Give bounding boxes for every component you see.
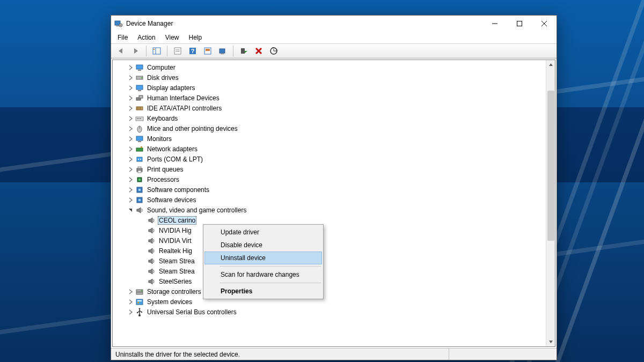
tree-category[interactable]: Disk drives [127, 72, 546, 83]
tree-category[interactable]: Universal Serial Bus controllers [127, 307, 546, 317]
tree-device[interactable]: CEOL carino [138, 215, 546, 225]
context-menu: Update driverDisable deviceUninstall dev… [203, 224, 324, 299]
expand-icon[interactable] [127, 145, 134, 153]
tree-category-sound[interactable]: Sound, video and game controllers [127, 205, 546, 215]
tree-label: IDE ATA/ATAPI controllers [146, 104, 223, 113]
expand-spacer [138, 227, 146, 234]
expand-icon[interactable] [127, 186, 134, 194]
tree-category[interactable]: Software devices [127, 195, 546, 205]
maximize-button[interactable] [507, 16, 532, 32]
tree-device[interactable]: Realtek Hig [138, 246, 546, 256]
forward-button[interactable] [129, 45, 142, 57]
tree-category[interactable]: Print queues [127, 164, 546, 174]
scan-hardware-button[interactable] [267, 45, 280, 57]
tree-category[interactable]: Human Interface Devices [127, 93, 546, 103]
expand-icon[interactable] [127, 84, 134, 92]
menu-file[interactable]: File [113, 33, 132, 42]
context-menu-item[interactable]: Properties [204, 285, 322, 298]
context-menu-item[interactable]: Scan for hardware changes [204, 268, 322, 281]
menu-help[interactable]: Help [185, 33, 207, 42]
expand-icon[interactable] [127, 166, 134, 173]
menu-action[interactable]: Action [133, 33, 159, 42]
expand-icon[interactable] [127, 176, 134, 183]
tree-label: Monitors [146, 135, 173, 143]
scroll-thumb[interactable] [547, 91, 554, 241]
tree-label: System devices [146, 298, 193, 306]
tree-category[interactable]: Software components [127, 184, 546, 195]
expand-icon[interactable] [127, 125, 134, 132]
scroll-down-button[interactable] [547, 337, 555, 346]
action-button[interactable] [201, 45, 214, 57]
expand-icon[interactable] [127, 196, 134, 204]
show-hide-tree-button[interactable] [150, 45, 163, 57]
svg-rect-17 [219, 49, 225, 53]
expand-spacer [138, 237, 146, 245]
close-button[interactable] [532, 16, 557, 32]
system-icon [135, 298, 144, 306]
tree-device[interactable]: Steam Strea [138, 256, 546, 266]
tree-category[interactable]: Computer [127, 62, 546, 72]
monitor-icon [135, 63, 144, 72]
tree-category[interactable]: Ports (COM & LPT) [127, 154, 546, 164]
tree-category[interactable]: Keyboards [127, 113, 546, 123]
minimize-button[interactable] [482, 16, 507, 32]
hid-icon [135, 94, 144, 102]
expand-icon[interactable] [127, 308, 134, 316]
tree-label: Network adapters [146, 145, 199, 153]
tree-device[interactable]: SteelSeries [138, 276, 546, 286]
tree-category[interactable]: Monitors [127, 134, 546, 144]
titlebar[interactable]: Device Manager [111, 16, 557, 32]
uninstall-device-button[interactable] [252, 45, 265, 57]
device-tree[interactable]: Computer Disk drives Display adapters Hu… [113, 60, 546, 346]
tree-category[interactable]: System devices [127, 297, 546, 307]
context-menu-item[interactable]: Update driver [204, 226, 322, 239]
mouse-icon [135, 124, 144, 133]
scroll-track[interactable] [547, 69, 555, 337]
expand-icon[interactable] [127, 94, 134, 102]
tree-device[interactable]: NVIDIA Hig [138, 225, 546, 235]
tree-category[interactable]: IDE ATA/ATAPI controllers [127, 103, 546, 113]
update-driver-button[interactable] [216, 45, 229, 57]
expand-icon[interactable] [127, 105, 134, 112]
context-menu-item[interactable]: Disable device [204, 239, 322, 252]
expand-spacer [138, 278, 146, 285]
vertical-scrollbar[interactable] [546, 60, 555, 346]
svg-rect-9 [153, 49, 155, 50]
enable-device-button[interactable] [237, 45, 250, 57]
expand-icon[interactable] [127, 64, 134, 71]
ide-icon [135, 104, 144, 113]
content-area: Computer Disk drives Display adapters Hu… [112, 60, 555, 347]
tree-category[interactable]: Processors [127, 174, 546, 184]
help-button[interactable]: ? [186, 45, 199, 57]
svg-rect-56 [136, 292, 143, 294]
expand-icon[interactable] [127, 156, 134, 163]
network-icon [135, 145, 144, 153]
expand-icon[interactable] [127, 115, 134, 122]
speaker-icon [147, 247, 156, 255]
expand-icon[interactable] [127, 298, 134, 306]
tree-label: Ports (COM & LPT) [146, 155, 204, 164]
expand-icon[interactable] [127, 135, 134, 143]
tree-device[interactable]: Steam Strea [138, 266, 546, 276]
tree-device[interactable]: NVIDIA Virt [138, 235, 546, 246]
keyboard-icon [135, 114, 144, 123]
svg-rect-63 [141, 312, 142, 313]
tree-label: Software components [146, 186, 210, 194]
tree-label: Storage controllers [146, 287, 202, 296]
scroll-up-button[interactable] [547, 60, 555, 69]
expand-icon[interactable] [127, 288, 134, 295]
tree-category[interactable]: Mice and other pointing devices [127, 123, 546, 134]
back-button[interactable] [114, 45, 127, 57]
collapse-icon[interactable] [127, 206, 134, 214]
tree-label: NVIDIA Hig [158, 226, 193, 235]
tree-category[interactable]: Storage controllers [127, 286, 546, 297]
menu-view[interactable]: View [161, 33, 184, 42]
expand-icon[interactable] [127, 74, 134, 82]
svg-rect-36 [140, 118, 141, 119]
toolbar-separator [146, 46, 147, 56]
context-menu-item[interactable]: Uninstall device [204, 252, 322, 264]
properties-button[interactable] [171, 45, 184, 57]
tree-category[interactable]: Network adapters [127, 144, 546, 154]
tree-category[interactable]: Display adapters [127, 83, 546, 93]
svg-rect-26 [138, 90, 141, 91]
